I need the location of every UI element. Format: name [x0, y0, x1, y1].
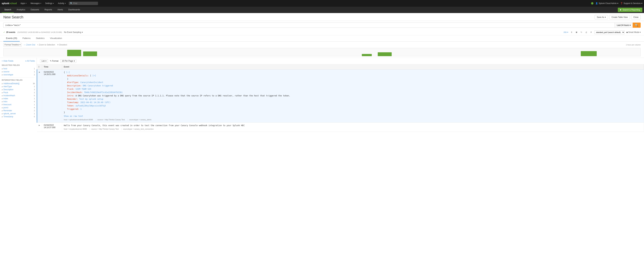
admin-menu[interactable]: 👤 Splunk Cloud Admin ▾ — [596, 2, 618, 5]
secondary-nav-right: Search & Reporting — [618, 7, 642, 13]
field-source[interactable]: a source 1 — [2, 70, 35, 73]
list-controls: List ▾ ✎ Format 20 Per Page ▾ — [37, 58, 644, 64]
field-host[interactable]: a host 1 — [2, 67, 35, 70]
reminder-value[interactable]: Test my splunk setup — [79, 98, 103, 100]
field-timestamp[interactable]: a Timestamp 5 — [2, 115, 35, 118]
find-input[interactable] — [73, 2, 97, 5]
print-button[interactable]: 🖨 — [584, 31, 588, 34]
close-button[interactable]: Close — [631, 15, 641, 19]
zoom-to-selection-button[interactable]: + Zoom to Selection — [37, 44, 55, 46]
field-splunk-server[interactable]: a splunk_server 1 — [2, 112, 35, 115]
help-icon: ❓ — [620, 2, 623, 5]
refresh-button[interactable]: ↻ — [580, 31, 583, 34]
nav-messages[interactable]: Messages ▾ — [29, 2, 43, 5]
incident-hash-value[interactable]: f848cf498329e9f3c42a2205d4fb53b1 — [84, 91, 122, 94]
nav-search[interactable]: Search — [2, 7, 14, 13]
field-reminder[interactable]: a Reminder 2 — [2, 109, 35, 112]
format-button[interactable]: ✎ Format — [50, 60, 58, 62]
tab-visualization[interactable]: Visualization — [47, 35, 65, 42]
results-count: ✓ 20 events — [3, 31, 15, 34]
nav-apps[interactable]: Apps ▾ — [19, 2, 28, 5]
field-intro[interactable]: a Intro 4 — [2, 100, 35, 103]
field-description[interactable]: a Description 3 — [2, 88, 35, 91]
format-timeline-button[interactable]: Format Timeline ▾ — [3, 43, 22, 47]
nav-analytics[interactable]: Analytics — [14, 7, 28, 13]
row2-expand[interactable]: ▶ — [37, 122, 42, 132]
per-page-caret-icon: ▾ — [74, 60, 75, 62]
time-caret-icon: ▾ — [630, 24, 631, 26]
support-menu[interactable]: ❓ Support & Services ▾ — [620, 2, 642, 5]
perf-mode-select[interactable]: standard_perf (search default) — [594, 31, 625, 34]
nav-right: 👤 Splunk Cloud Admin ▾ ❓ Support & Servi… — [591, 2, 642, 5]
row2-event: Hello from your Canary Console, this eve… — [62, 122, 644, 132]
pause-button[interactable]: ⏸ — [570, 31, 573, 34]
sampling-caret-icon: ▾ — [82, 31, 83, 34]
nav-activity[interactable]: Activity ▾ — [56, 2, 68, 5]
field-flock[interactable]: a Flock 2 — [2, 91, 35, 94]
field-incident-hash[interactable]: a IncidentHash 5 — [2, 94, 35, 97]
list-button[interactable]: List ▾ — [40, 59, 48, 63]
all-fields-button[interactable]: ≡ All Fields — [25, 60, 35, 62]
svg-rect-1 — [83, 52, 97, 56]
stop-button[interactable]: ⏹ — [575, 31, 578, 34]
splunk-logo[interactable]: splunk>cloud — [2, 2, 17, 5]
timeline-section: Format Timeline ▾ — Zoom Out + Zoom to S… — [0, 42, 644, 58]
hide-fields-button[interactable]: < Hide Fields — [2, 60, 13, 62]
check-icon: ✓ — [3, 31, 5, 34]
table-row: ▶ 01/04/202214:10:37.000 Hello from your… — [37, 122, 644, 132]
tab-statistics[interactable]: Statistics — [33, 35, 47, 42]
search-input[interactable] — [3, 23, 614, 28]
collapse-link[interactable]: [-] — [66, 71, 70, 74]
job-caret-icon: ▾ — [567, 31, 568, 34]
timeline-per-column: 1 hour per column — [626, 44, 641, 46]
tab-patterns[interactable]: Patterns — [20, 35, 33, 42]
token-value[interactable]: uwfuw8j2bkylb6pcsiscb5fq3 — [76, 105, 106, 107]
tab-events[interactable]: Events (20) — [3, 35, 20, 42]
triggered-value[interactable]: 1 — [80, 108, 82, 110]
top-nav: splunk>cloud Apps ▾ Messages ▾ Settings … — [0, 0, 644, 7]
search-reporting-button[interactable]: Search & Reporting — [618, 8, 642, 12]
save-as-button[interactable]: Save As ▾ — [594, 15, 608, 19]
timeline-chart[interactable] — [3, 48, 641, 56]
timestamp-value[interactable]: 2022-04-01 14:26:49 (UTC) — [80, 101, 110, 104]
field-additional-details[interactable]: a AdditionalDetails[] 36 — [2, 82, 35, 85]
field-index[interactable]: a index 1 — [2, 97, 35, 100]
list-caret-icon: ▾ — [46, 60, 46, 62]
expand-icon: ▶ — [39, 71, 40, 73]
per-page-button[interactable]: 20 Per Page ▾ — [60, 59, 76, 63]
apps-caret-icon: ▾ — [26, 3, 26, 4]
nav-settings[interactable]: Settings ▾ — [44, 2, 56, 5]
zoom-out-button[interactable]: — Zoom Out — [24, 44, 35, 46]
row1-expand[interactable]: ▶ — [37, 70, 42, 123]
field-linecount[interactable]: # linecount 1 — [2, 103, 35, 106]
field-alert-type[interactable]: a AlertType 2 — [2, 85, 35, 88]
green-status-dot — [591, 2, 594, 5]
nav-dashboards[interactable]: Dashboards — [66, 7, 83, 13]
time-range-button[interactable]: Last 24 hours ▾ — [614, 23, 633, 28]
interesting-fields-title: INTERESTING FIELDS — [2, 79, 35, 81]
row2-meta: host = mysplunkserver:8088 | source = ht… — [64, 128, 642, 130]
field-punct[interactable]: a punct 4 — [2, 106, 35, 109]
field-sourcetype[interactable]: a sourcetype 2 — [2, 73, 35, 76]
user-icon: 👤 — [596, 2, 598, 5]
description-value[interactable]: DNS Canarytoken triggered — [83, 85, 113, 87]
activity-caret-icon: ▾ — [65, 3, 66, 4]
additional-details-expand[interactable]: [+] — [92, 75, 96, 77]
support-caret-icon: ▾ — [641, 2, 642, 5]
job-button[interactable]: Job ▾ — [563, 31, 568, 34]
search-submit-button[interactable]: 🔍 — [633, 23, 641, 28]
deselect-button[interactable]: ✕ Deselect — [57, 44, 67, 46]
export-button[interactable]: ⬇ — [590, 31, 592, 34]
show-raw-link[interactable]: Show as raw text — [64, 115, 642, 118]
nav-datasets[interactable]: Datasets — [28, 7, 42, 13]
settings-caret-icon: ▾ — [53, 3, 54, 4]
tab-bar: Events (20) Patterns Statistics Visualiz… — [0, 35, 644, 42]
nav-reports[interactable]: Reports — [42, 7, 55, 13]
sampling-button[interactable]: No Event Sampling ▾ — [64, 31, 83, 34]
smart-mode-button[interactable]: ◆ Smart Mode ▾ — [626, 31, 641, 34]
alert-type-value[interactable]: CanarytokenIncident — [80, 81, 103, 84]
create-table-view-button[interactable]: Create Table View — [609, 15, 630, 19]
search-bar: Last 24 hours ▾ 🔍 — [0, 21, 644, 30]
flock-value[interactable]: SIEM TEAM SIX — [76, 88, 91, 90]
nav-alerts[interactable]: Alerts — [55, 7, 66, 13]
